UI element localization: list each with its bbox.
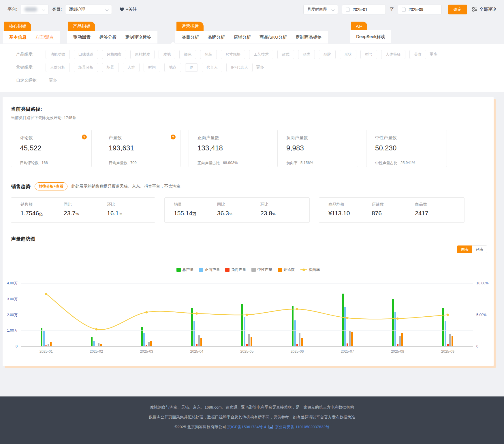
filter-chip[interactable]: 功能功效 [46,50,70,59]
chart-bar [98,343,99,346]
stat-card-title-row: 声量数 [109,135,176,141]
tab-list[interactable]: 列表 [472,245,487,253]
chart-x-axis: 2025-012025-022025-032025-042025-052025-… [21,349,473,354]
trend-title: 声量趋势图 [11,236,35,242]
filter-chip[interactable]: 颜色 [179,50,196,59]
filter-chip[interactable]: 时间 [144,63,160,72]
filter-chip[interactable]: 场景 [102,63,119,72]
filter-chip[interactable]: 工艺技术 [249,50,273,59]
sales-header: 销售趋势 前往分析+查看 此处展示的销售数据只覆盖天猫、京东、抖音平台，不含淘宝 [11,182,494,190]
legend-item[interactable]: 评论数 [278,267,295,272]
filter-more-link[interactable]: 更多 [430,52,438,57]
chart-y-tick-right: 10.00% [476,281,488,285]
sales-metric-label: 店铺数 [372,202,415,207]
legend-item[interactable]: 负向率 [300,267,320,272]
filter-chip[interactable]: IP+代言人 [226,63,253,72]
filter-chip[interactable]: 包装 [200,50,217,59]
stat-card-title-row: 负向声量数 [286,135,353,141]
chart-bar [349,331,351,346]
footer-disclaimer-line2: 数据由公开页面采集并汇总处理，数据口径和平台及其他机构有所不同，仅供参考，如有差… [0,415,504,420]
filter-chip[interactable]: 品类 [298,50,315,59]
nav-item[interactable]: 定制商品标签 [296,35,321,40]
icp-link[interactable]: 京ICP备15061734号-4 [227,425,266,429]
filter-more-link[interactable]: 更多 [256,65,264,70]
nav-item[interactable]: 商品/SKU分析 [259,35,287,40]
filter-chip[interactable]: 型号 [360,50,377,59]
confirm-button[interactable]: 确定 [448,5,467,14]
filter-chip[interactable]: 人体特征 [381,50,405,59]
chart-bar [141,327,143,346]
tab-chart[interactable]: 图表 [457,245,472,253]
nav-group-badge: AI+ [351,22,367,30]
stat-card-value: 50,230 [375,144,442,152]
legend-label: 负向声量 [231,267,246,272]
sales-metric-value: 16.1% [107,210,150,217]
nav-groups: 核心指标基本信息方面/观点产品指标驱动因素标签分析定制评论标签运营指标类目分析品… [3,22,504,44]
sales-metric-value: 876 [372,210,415,217]
nav-item[interactable]: 类目分析 [182,35,199,40]
chevron-down-icon [331,8,334,11]
nav-item[interactable]: 店铺分析 [234,35,251,40]
legend-item[interactable]: 负向声量 [225,267,246,272]
filter-chip[interactable]: 口味味道 [74,50,98,59]
chart-bar [91,337,93,346]
help-icon[interactable]: ? [82,135,87,139]
nav-item[interactable]: 定制评论标签 [125,35,151,40]
date-from-input[interactable]: 2025-01 [342,5,386,14]
topbar: 平台: 类目: 颈部护理 +关注 月度时间段 2025-01 至 2025-09… [0,0,504,19]
nav-item[interactable]: 驱动因素 [73,35,91,40]
filter-chip[interactable]: 代言人 [202,63,222,72]
filter-chip[interactable]: 风格图案 [102,50,126,59]
nav-item[interactable]: 基本信息 [9,35,27,40]
filter-chip[interactable]: IP [185,63,198,72]
stat-card-title: 评论数 [20,135,33,141]
help-icon[interactable]: ? [171,135,176,139]
filter-row-label: 自定义标签: [16,78,46,83]
filter-chip[interactable]: 质地 [159,50,175,59]
legend-item[interactable]: 中性声量 [251,267,272,272]
chart-bar [95,346,97,346]
filter-chip[interactable]: 原料材质 [130,50,155,59]
nav-group: 运营指标类目分析品牌分析店铺分析商品/SKU分析定制商品标签 [175,22,328,44]
chart-bar [143,333,145,346]
legend-item[interactable]: 总声量 [176,267,194,272]
filter-chip[interactable]: 款式 [277,50,294,59]
filter-chip[interactable]: 人群分析 [46,63,70,72]
filter-chip[interactable]: 地点 [164,63,181,72]
filter-row-label: 营销维度: [16,65,46,70]
legend-item[interactable]: 正向声量 [199,267,220,272]
filter-chip[interactable]: 场景分析 [74,63,98,72]
chart-bar [48,344,49,346]
footer-disclaimer-line1: 魔镜洞察与淘宝、天猫、京东、1688.com、速卖通、亚马逊等电商平台无直接关联… [0,405,504,410]
topbar-right: 月度时间段 2025-01 至 2025-09 确定 全部评论 [303,5,497,14]
period-select[interactable]: 月度时间段 [303,5,338,14]
sales-metric-value: 36.3% [217,210,260,217]
nav-item[interactable]: 方面/观点 [35,35,54,40]
go-analyze-button[interactable]: 前往分析+查看 [35,182,67,190]
category-select[interactable]: 颈部护理 [65,5,112,14]
police-link[interactable]: 京公网安备 11010502037832号 [275,425,330,429]
stat-card-divider [20,157,83,157]
chart-bar [241,304,243,346]
filter-more-link[interactable]: 更多 [49,78,57,83]
filter-chip[interactable]: 品牌 [319,50,336,59]
date-to-input[interactable]: 2025-09 [398,5,442,14]
calendar-icon [402,7,406,12]
filter-chip[interactable]: 美食 [409,50,426,59]
stat-card: 声量数?193,631日均声量数709 [100,130,180,167]
filter-chip[interactable]: 形状 [340,50,356,59]
stat-card: 正向声量数133,418正向声量占比68.903% [189,130,269,167]
chart-x-label: 2025-09 [423,349,473,354]
chart-bar [196,344,198,346]
filter-chip[interactable]: 尺寸规格 [221,50,245,59]
nav-item[interactable]: DeepSeek解读 [356,34,385,39]
platform-select[interactable] [21,5,48,14]
nav-item[interactable]: 品牌分析 [208,35,225,40]
category-value: 颈部护理 [69,7,85,12]
filter-chip[interactable]: 人群 [123,63,140,72]
sales-metric-value: 1.7546亿 [20,210,64,217]
all-comments-button[interactable]: 全部评论 [472,7,497,12]
stat-card-title: 声量数 [109,135,122,141]
follow-button[interactable]: +关注 [119,7,137,12]
nav-item[interactable]: 标签分析 [99,35,116,40]
